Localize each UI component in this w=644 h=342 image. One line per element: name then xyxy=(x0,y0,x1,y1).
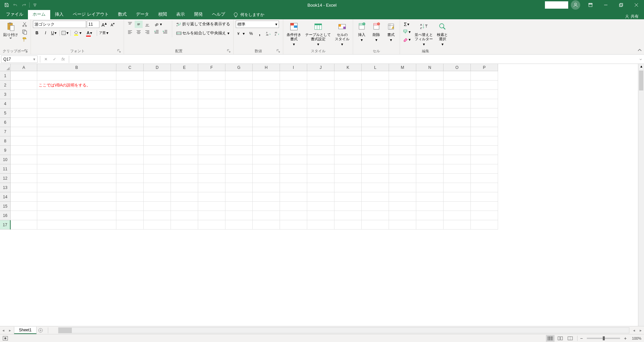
enter-formula-icon[interactable]: ✓ xyxy=(50,56,59,63)
cell[interactable] xyxy=(334,220,362,230)
font-name-combo[interactable] xyxy=(33,21,86,28)
conditional-format-button[interactable]: 条件付き 書式▾ xyxy=(285,21,303,47)
tab-help[interactable]: ヘルプ xyxy=(207,10,230,19)
cell[interactable] xyxy=(11,108,37,118)
cell[interactable] xyxy=(471,220,498,230)
cell[interactable] xyxy=(225,108,253,118)
autosum-button[interactable]: Σ▾ xyxy=(402,21,412,28)
cell[interactable] xyxy=(116,211,144,220)
cell[interactable] xyxy=(198,192,225,202)
cell[interactable] xyxy=(253,155,280,164)
column-header[interactable]: P xyxy=(471,64,498,71)
cell[interactable] xyxy=(444,99,471,108)
cell[interactable] xyxy=(37,118,116,127)
column-header[interactable]: C xyxy=(116,64,144,71)
cell[interactable] xyxy=(416,81,444,90)
new-sheet-button[interactable] xyxy=(37,328,45,333)
cell[interactable] xyxy=(416,99,444,108)
cell[interactable] xyxy=(116,71,144,81)
cell[interactable] xyxy=(144,202,171,211)
decrease-indent-button[interactable] xyxy=(153,28,161,36)
decrease-decimal-button[interactable]: .00.0 xyxy=(273,30,281,37)
tab-review[interactable]: 校閲 xyxy=(154,10,172,19)
cell[interactable] xyxy=(198,183,225,192)
cell[interactable] xyxy=(362,108,389,118)
fill-color-button[interactable]: ▾ xyxy=(72,29,83,37)
cell[interactable] xyxy=(444,164,471,174)
cell[interactable] xyxy=(11,71,37,81)
cell[interactable] xyxy=(198,71,225,81)
column-header[interactable]: J xyxy=(307,64,334,71)
column-header[interactable]: I xyxy=(280,64,307,71)
vertical-scrollbar[interactable]: ▴ xyxy=(638,64,644,326)
cell[interactable] xyxy=(389,211,416,220)
cell[interactable] xyxy=(11,118,37,127)
cell[interactable] xyxy=(444,192,471,202)
cell[interactable] xyxy=(144,136,171,146)
share-button[interactable]: 共有 xyxy=(619,14,644,19)
cell[interactable] xyxy=(116,108,144,118)
cell[interactable] xyxy=(11,81,37,90)
tab-page-layout[interactable]: ページ レイアウト xyxy=(68,10,113,19)
row-header[interactable]: 12 xyxy=(0,174,11,183)
cell[interactable] xyxy=(334,211,362,220)
cell[interactable] xyxy=(334,202,362,211)
cell[interactable] xyxy=(416,108,444,118)
cell[interactable] xyxy=(362,174,389,183)
cell[interactable] xyxy=(11,155,37,164)
close-icon[interactable] xyxy=(629,0,644,10)
cell[interactable] xyxy=(37,183,116,192)
cell[interactable] xyxy=(416,155,444,164)
cell[interactable] xyxy=(253,164,280,174)
delete-cells-button[interactable]: 削除▾ xyxy=(370,21,383,43)
cell[interactable] xyxy=(280,155,307,164)
cell[interactable] xyxy=(362,183,389,192)
cell[interactable] xyxy=(144,155,171,164)
cell[interactable] xyxy=(307,192,334,202)
cell[interactable] xyxy=(116,118,144,127)
row-header[interactable]: 6 xyxy=(0,118,11,127)
column-header[interactable]: N xyxy=(416,64,444,71)
cell[interactable] xyxy=(144,192,171,202)
row-header[interactable]: 9 xyxy=(0,146,11,155)
cell[interactable] xyxy=(416,71,444,81)
cell[interactable] xyxy=(444,81,471,90)
cell[interactable] xyxy=(444,90,471,99)
cell[interactable] xyxy=(198,155,225,164)
cell[interactable] xyxy=(171,136,198,146)
cell[interactable] xyxy=(334,174,362,183)
find-select-button[interactable]: 検索と 選択▾ xyxy=(436,21,449,47)
row-header[interactable]: 15 xyxy=(0,202,11,211)
cell[interactable] xyxy=(471,202,498,211)
cell[interactable] xyxy=(444,127,471,136)
cell[interactable] xyxy=(444,174,471,183)
save-icon[interactable] xyxy=(3,1,11,9)
account-box[interactable] xyxy=(545,1,568,9)
cell[interactable] xyxy=(37,192,116,202)
cell[interactable] xyxy=(280,90,307,99)
qat-customize-icon[interactable] xyxy=(31,1,39,9)
cell[interactable] xyxy=(116,174,144,183)
cell[interactable] xyxy=(116,90,144,99)
cell[interactable] xyxy=(389,118,416,127)
cell[interactable] xyxy=(225,174,253,183)
cell[interactable] xyxy=(334,146,362,155)
cell[interactable] xyxy=(171,90,198,99)
cell[interactable] xyxy=(334,71,362,81)
cell[interactable] xyxy=(37,220,116,230)
cell[interactable] xyxy=(144,211,171,220)
cell[interactable] xyxy=(334,99,362,108)
insert-function-button[interactable]: fx xyxy=(59,56,67,63)
row-header[interactable]: 3 xyxy=(0,90,11,99)
cell[interactable] xyxy=(471,192,498,202)
cell[interactable] xyxy=(253,192,280,202)
cell[interactable] xyxy=(253,99,280,108)
cell[interactable] xyxy=(116,192,144,202)
cell[interactable] xyxy=(280,183,307,192)
cell[interactable] xyxy=(280,136,307,146)
wrap-text-button[interactable]: abc 折り返して全体を表示する xyxy=(175,21,231,28)
row-header[interactable]: 13 xyxy=(0,183,11,192)
cell[interactable] xyxy=(37,90,116,99)
cell[interactable] xyxy=(416,118,444,127)
cell[interactable] xyxy=(253,211,280,220)
